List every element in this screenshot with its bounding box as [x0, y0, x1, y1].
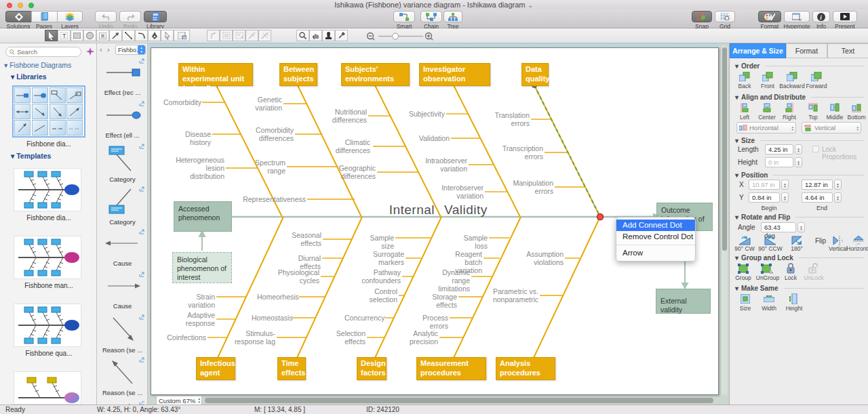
distribute-vertical-dropdown[interactable]: Vertical▴▾ [802, 122, 861, 133]
cause-label[interactable]: Interobserver variation [436, 184, 484, 200]
align-bottom-icon[interactable] [852, 103, 861, 112]
group-section-header[interactable]: ▾ Group and Lock [735, 254, 864, 262]
effect-box-accessed-phenomenon[interactable]: Accessed phenomenon [174, 201, 232, 232]
category-box[interactable]: Between subjects [279, 63, 317, 86]
shape-properties-tool[interactable] [174, 30, 190, 41]
angle-stepper[interactable]: ▴▾ [797, 222, 805, 232]
cause-label[interactable]: Physiological cycles [277, 268, 319, 285]
cause-label[interactable]: Selection effects [334, 329, 366, 346]
shape-cause-right[interactable]: Cause [97, 273, 148, 310]
libraries-header[interactable]: ▾ Libraries [11, 73, 47, 81]
same-size-icon[interactable] [741, 294, 750, 304]
cause-label[interactable]: Surrogate markers [370, 250, 404, 266]
position-section-header[interactable]: ▾ Position [735, 171, 864, 179]
text-tool[interactable]: T [58, 30, 71, 41]
format-button[interactable] [758, 11, 781, 22]
popout-icon[interactable] [139, 272, 144, 277]
cause-label[interactable]: Nutritional differences [325, 108, 367, 124]
pan-tool[interactable] [309, 30, 322, 41]
cause-label[interactable]: Homeostasis [252, 314, 291, 322]
cause-label[interactable]: Comorbidity [163, 98, 201, 106]
shapes-prev-button[interactable]: ‹ [100, 45, 102, 54]
send-backward-icon[interactable] [787, 72, 797, 81]
cause-label[interactable]: Disease history [163, 130, 211, 146]
cause-label[interactable]: Coinfections [164, 333, 206, 341]
cause-label[interactable]: Storage effects [411, 293, 457, 309]
cause-label[interactable]: Process errors [405, 314, 448, 330]
curve-tool[interactable] [135, 30, 148, 41]
cause-label[interactable]: Dynamic range limitations [422, 268, 470, 293]
y-end-stepper[interactable]: ▴▾ [834, 192, 842, 203]
sidebar-item-fishbone-diagrams[interactable]: ▾ Fishbone Diagrams [4, 61, 71, 69]
zoom-level-select[interactable]: Custom 67%▴▾ [156, 396, 202, 405]
popout-icon[interactable] [139, 186, 144, 192]
popout-icon[interactable] [139, 229, 144, 234]
shape-effect-ellipse[interactable]: Effect (ell ... [97, 102, 148, 139]
zoom-slider[interactable] [366, 32, 434, 41]
connect-tool[interactable] [245, 30, 258, 41]
library-preview[interactable] [12, 85, 85, 138]
arrow-tool[interactable] [109, 30, 122, 41]
smart-button[interactable] [393, 11, 415, 22]
same-height-icon[interactable] [789, 293, 797, 304]
cause-label[interactable]: Heterogeneous lesion distribution [173, 156, 224, 180]
reshape-tool[interactable] [207, 30, 220, 41]
grid-button[interactable] [715, 11, 735, 22]
cause-label[interactable]: Manipulation errors [509, 179, 553, 195]
cause-label[interactable]: Stimulus-response lag [233, 329, 275, 346]
flip-horizontal-icon[interactable] [853, 236, 864, 245]
category-box[interactable]: Subjects' environments [341, 63, 410, 86]
popout-icon[interactable] [139, 144, 144, 149]
disconnect-tool[interactable] [258, 30, 271, 41]
align-middle-icon[interactable] [830, 103, 840, 112]
node-tool[interactable] [161, 30, 174, 41]
popout-icon[interactable] [139, 58, 144, 64]
rectangle-tool[interactable] [71, 30, 83, 41]
stamp-tool[interactable] [322, 30, 335, 41]
cause-label[interactable]: Concurrency [344, 314, 384, 322]
present-button[interactable] [833, 11, 857, 22]
solutions-button[interactable] [5, 11, 31, 22]
menu-item-add-connect-dot[interactable]: Add Connect Dot [616, 220, 695, 231]
unlock-icon[interactable] [808, 263, 819, 274]
y-begin-stepper[interactable]: ▴▾ [781, 192, 789, 203]
template-fishbone-quality[interactable] [14, 304, 81, 347]
y-end-input[interactable]: 4.64 in [802, 192, 833, 203]
library-button[interactable] [144, 11, 167, 22]
frame-tool[interactable] [96, 30, 109, 41]
shapes-next-button[interactable]: › [107, 45, 110, 54]
tab-text[interactable]: Text [827, 43, 868, 58]
popout-icon[interactable] [139, 314, 144, 320]
category-box[interactable]: Time effects [277, 357, 306, 380]
x-begin-stepper[interactable]: ▴▾ [781, 180, 789, 190]
zoom-slider-knob[interactable] [393, 33, 399, 39]
library-options-icon[interactable] [86, 47, 94, 56]
tab-arrange-size[interactable]: Arrange & Size [730, 43, 786, 58]
eyedropper-tool[interactable] [335, 30, 348, 41]
shape-cause-left[interactable]: Cause [97, 230, 148, 267]
pen-tool[interactable] [148, 30, 161, 41]
height-input[interactable]: 0 in [765, 157, 793, 167]
drawing-canvas[interactable]: Internal Validity Within experimental un… [148, 43, 729, 405]
cause-label[interactable]: Comorbidity differences [245, 126, 294, 142]
cause-label[interactable]: Sample loss [450, 234, 488, 250]
external-validity-box[interactable]: External validity [656, 289, 711, 314]
tab-format[interactable]: Format [786, 43, 827, 58]
vertical-scrollbar-thumb[interactable] [722, 47, 727, 251]
cause-label[interactable]: Translation errors [492, 111, 530, 127]
info-button[interactable]: i [812, 11, 830, 22]
template-fishbone-partial[interactable] [14, 371, 81, 405]
category-box[interactable]: Analysis procedures [496, 357, 555, 380]
hypernote-button[interactable]: ∞ [784, 11, 810, 22]
menu-item-arrow[interactable]: Arrow [616, 247, 695, 259]
ungroup-tool[interactable] [233, 30, 245, 41]
category-box[interactable]: Investigator observation [419, 63, 490, 86]
cause-label[interactable]: Homeorhesis [257, 293, 298, 301]
template-fishbone-management[interactable] [14, 236, 81, 279]
shape-reason-down[interactable]: Reason (se ... [97, 316, 148, 354]
rotate-90cw-icon[interactable] [738, 236, 751, 245]
group-icon[interactable] [738, 264, 749, 274]
templates-header[interactable]: ▾ Templates [11, 152, 51, 160]
flip-vertical-icon[interactable] [833, 236, 844, 245]
undo-button[interactable] [95, 11, 117, 22]
